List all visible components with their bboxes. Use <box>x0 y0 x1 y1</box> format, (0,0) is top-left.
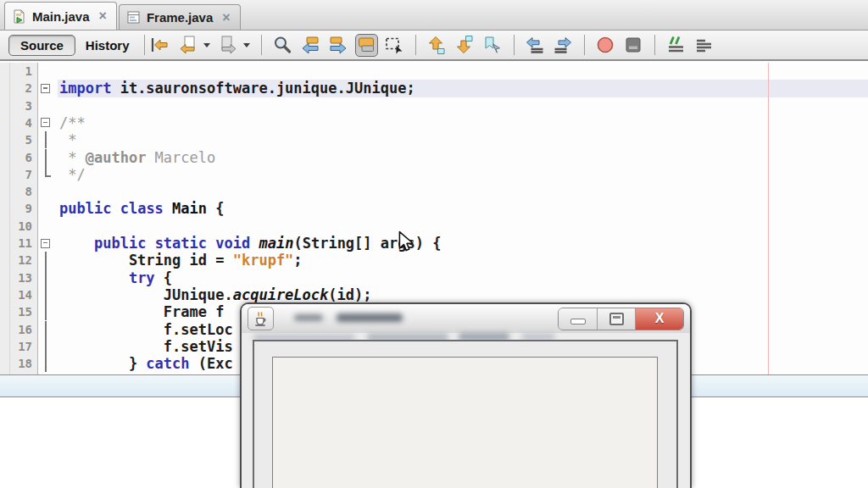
tab-label: Frame.java <box>147 10 213 25</box>
fold-guide-line <box>45 355 47 372</box>
tab-close-icon[interactable]: × <box>99 9 107 23</box>
code-segment: (id); <box>328 286 371 303</box>
editor-toolbar: Source History <box>0 30 868 61</box>
line-number: 17 <box>0 338 32 355</box>
blurred-title-text <box>294 314 323 321</box>
java-app-window[interactable]: X <box>240 302 692 488</box>
fold-guide-line <box>45 252 47 269</box>
code-segment: Main <box>172 200 207 217</box>
line-number: 1 <box>0 63 32 80</box>
code-segment <box>59 235 94 252</box>
fold-guide-line <box>45 338 47 355</box>
code-segment: Marcelo <box>146 149 215 166</box>
forward-icon[interactable] <box>217 34 240 57</box>
line-number: 3 <box>0 97 32 114</box>
code-segment: { <box>207 200 224 217</box>
last-edit-location-icon[interactable] <box>149 34 172 57</box>
code-segment: f.setVis <box>59 338 233 355</box>
code-segment: } <box>59 355 146 372</box>
code-line[interactable]: public class Main { <box>59 200 225 217</box>
back-dropdown-arrow[interactable] <box>203 43 210 47</box>
minimize-button[interactable] <box>559 308 597 330</box>
code-segment: * <box>59 149 86 166</box>
tab-label: Main.java <box>32 9 90 24</box>
close-button[interactable]: X <box>635 308 683 330</box>
code-line[interactable]: * @author Marcelo <box>59 149 215 166</box>
history-view-button[interactable]: History <box>75 38 140 53</box>
code-segment: try <box>129 269 155 286</box>
code-segment: (String[] args) { <box>293 235 441 252</box>
previous-occurrence-icon[interactable] <box>299 34 322 57</box>
fold-guide-line <box>45 286 47 303</box>
code-line[interactable]: try { <box>59 269 172 286</box>
code-segment: void <box>215 235 250 252</box>
toolbar-separator <box>261 35 262 55</box>
forward-dropdown-arrow[interactable] <box>243 43 250 47</box>
code-segment: main <box>259 235 294 252</box>
mouse-cursor-icon <box>398 230 416 256</box>
java-cup-icon[interactable] <box>248 307 274 330</box>
code-segment: (Exc <box>190 355 233 372</box>
fold-guide-end <box>45 175 51 177</box>
line-number: 18 <box>0 355 32 372</box>
find-selection-icon[interactable] <box>271 34 294 57</box>
shift-line-left-icon[interactable] <box>524 34 547 57</box>
code-segment: * <box>59 131 76 148</box>
code-line[interactable]: f.setVis <box>59 338 233 355</box>
code-line[interactable]: } catch (Exc <box>59 355 233 372</box>
toggle-rectangular-selection-icon[interactable] <box>383 34 406 57</box>
start-macro-recording-icon[interactable] <box>594 34 617 57</box>
code-line[interactable]: */ <box>59 166 86 183</box>
toolbar-separator <box>654 35 655 55</box>
previous-bookmark-icon[interactable] <box>426 34 448 57</box>
code-segment: public <box>94 235 146 252</box>
line-number: 2 <box>0 80 32 97</box>
uncomment-lines-icon[interactable] <box>693 34 715 57</box>
code-segment: class <box>120 200 164 217</box>
fold-toggle-icon[interactable] <box>41 118 50 127</box>
line-number: 14 <box>0 286 32 303</box>
java-class-file-icon <box>12 9 26 24</box>
blurred-title-text <box>337 313 403 322</box>
fold-toggle-icon[interactable] <box>41 239 50 248</box>
fold-guide-line <box>45 321 47 338</box>
code-line[interactable]: JUnique.acquireLock(id); <box>59 286 371 303</box>
code-line[interactable]: f.setLoc <box>59 321 233 338</box>
maximize-button[interactable] <box>597 308 635 330</box>
code-line[interactable]: * <box>59 131 76 148</box>
fold-guide-line <box>45 166 47 175</box>
window-title-bar[interactable]: X <box>242 304 690 333</box>
code-line[interactable]: import it.sauronsoftware.junique.JUnique… <box>59 80 415 97</box>
line-number: 11 <box>0 235 32 252</box>
line-number: 6 <box>0 149 32 166</box>
code-segment: f.setLoc <box>59 321 233 338</box>
code-line[interactable]: Frame f <box>59 303 224 320</box>
fold-toggle-icon[interactable] <box>41 84 50 93</box>
code-segment: { <box>155 269 172 286</box>
next-bookmark-icon[interactable] <box>453 34 476 57</box>
code-line[interactable]: String id = "krupf"; <box>59 252 303 269</box>
tab-main-java[interactable]: Main.java × <box>4 2 117 30</box>
next-occurrence-icon[interactable] <box>327 34 350 57</box>
tab-close-icon[interactable]: × <box>222 11 230 25</box>
editor-tab-bar: Main.java × Frame.java × <box>0 0 868 30</box>
fold-guide-line <box>45 269 47 286</box>
minimize-icon <box>570 319 586 324</box>
line-number: 8 <box>0 183 32 200</box>
code-segment: ; <box>293 252 302 269</box>
shift-line-right-icon[interactable] <box>552 34 575 57</box>
source-view-button[interactable]: Source <box>8 35 75 56</box>
line-number: 9 <box>0 200 32 217</box>
comment-lines-icon[interactable] <box>665 34 687 57</box>
code-line[interactable]: public static void main(String[] args) { <box>59 235 441 252</box>
window-text-area[interactable] <box>272 357 658 488</box>
back-icon[interactable] <box>177 34 200 57</box>
toggle-bookmark-icon[interactable] <box>481 34 504 57</box>
toggle-highlight-search-icon[interactable] <box>355 34 378 57</box>
code-segment <box>146 235 154 252</box>
code-segment: acquireLock <box>233 286 329 303</box>
stop-macro-recording-icon[interactable] <box>622 34 645 57</box>
code-segment: it.sauronsoftware.junique.JUnique; <box>111 80 415 97</box>
tab-frame-java[interactable]: Frame.java × <box>119 4 241 30</box>
code-line[interactable]: /** <box>59 114 86 131</box>
